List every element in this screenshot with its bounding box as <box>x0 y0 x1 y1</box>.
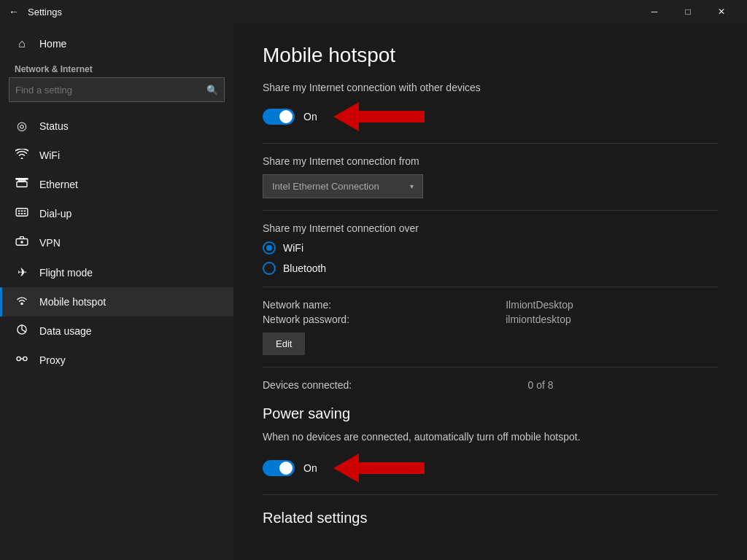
sidebar-item-label: Status <box>39 120 69 132</box>
svg-point-11 <box>20 303 23 306</box>
main-layout: ⌂ Home Network & Internet 🔍 ◎ Status W <box>0 23 747 560</box>
sidebar-item-label: Mobile hotspot <box>39 296 106 308</box>
datausage-icon <box>15 324 29 338</box>
network-name-value: IlmiontDesktop <box>506 299 718 311</box>
devices-info: Devices connected: 0 of 8 <box>263 379 718 391</box>
network-password-value: ilmiontdesktop <box>506 314 718 325</box>
sidebar-item-home[interactable]: ⌂ Home <box>0 29 233 58</box>
svg-rect-8 <box>24 213 26 214</box>
dialup-icon <box>15 207 29 220</box>
radio-bluetooth-button[interactable] <box>263 262 276 275</box>
sidebar-item-label: Home <box>39 38 66 50</box>
search-icon[interactable]: 🔍 <box>206 85 218 96</box>
toggle1-state-label: On <box>303 111 317 122</box>
sidebar-item-label: WiFi <box>39 149 60 161</box>
radio-wifi-button[interactable] <box>263 241 276 254</box>
arrow-shaft-2 <box>359 462 425 474</box>
sidebar-item-label: Dial-up <box>39 208 71 219</box>
svg-point-10 <box>20 241 23 244</box>
sidebar-item-label: Flight mode <box>39 267 93 279</box>
toggle-knob-2 <box>279 462 293 475</box>
svg-rect-3 <box>18 210 20 211</box>
svg-rect-4 <box>21 210 23 211</box>
sidebar-item-label: Proxy <box>39 354 66 366</box>
sidebar-item-dialup[interactable]: Dial-up <box>0 199 233 228</box>
vpn-icon <box>15 236 29 249</box>
sidebar-item-wifi[interactable]: WiFi <box>0 141 233 170</box>
svg-rect-0 <box>17 182 27 187</box>
power-saving-desc: When no devices are connected, automatic… <box>263 429 718 445</box>
sidebar-item-label: Data usage <box>39 325 92 337</box>
wifi-icon <box>15 149 29 162</box>
svg-rect-1 <box>15 178 28 180</box>
power-saving-toggle[interactable] <box>263 460 295 476</box>
toggle-knob <box>279 110 293 123</box>
divider-4 <box>263 367 718 368</box>
arrow-head-2 <box>333 454 359 483</box>
home-icon: ⌂ <box>15 37 29 50</box>
svg-rect-6 <box>18 213 20 214</box>
hotspot-icon <box>15 295 29 308</box>
divider-1 <box>263 143 718 144</box>
chevron-down-icon: ▾ <box>410 182 414 190</box>
sidebar-item-datausage[interactable]: Data usage <box>0 316 233 346</box>
sidebar: ⌂ Home Network & Internet 🔍 ◎ Status W <box>0 23 233 560</box>
related-settings-title: Related settings <box>263 510 718 526</box>
status-icon: ◎ <box>15 119 29 133</box>
power-saving-title: Power saving <box>263 405 718 422</box>
toggle1-row: On <box>263 102 718 131</box>
proxy-icon <box>15 354 29 367</box>
connection-dropdown[interactable]: Intel Ethernet Connection ▾ <box>263 174 423 198</box>
network-info-grid: Network name: IlmiontDesktop Network pas… <box>263 299 718 325</box>
share-toggle-label: Share my Internet connection with other … <box>263 82 718 93</box>
share-toggle[interactable] <box>263 109 295 125</box>
sidebar-item-label: VPN <box>39 237 61 249</box>
radio-group: WiFi Bluetooth <box>263 241 718 275</box>
arrow-indicator-2 <box>333 454 425 483</box>
dropdown-value: Intel Ethernet Connection <box>272 181 379 192</box>
window-controls: ─ □ ✕ <box>638 0 738 23</box>
arrow-indicator-1 <box>333 102 425 131</box>
sidebar-item-vpn[interactable]: VPN <box>0 228 233 257</box>
arrow-head-1 <box>333 102 359 131</box>
sidebar-item-label: Ethernet <box>39 179 78 190</box>
radio-wifi-indicator <box>266 245 272 251</box>
search-input[interactable] <box>15 85 206 96</box>
svg-point-14 <box>23 357 27 360</box>
minimize-button[interactable]: ─ <box>638 0 671 23</box>
sidebar-item-flightmode[interactable]: ✈ Flight mode <box>0 257 233 287</box>
sidebar-item-ethernet[interactable]: Ethernet <box>0 170 233 199</box>
divider-5 <box>263 494 718 495</box>
sidebar-item-status[interactable]: ◎ Status <box>0 111 233 141</box>
svg-rect-7 <box>21 213 23 214</box>
radio-bluetooth-label: Bluetooth <box>283 262 326 274</box>
radio-bluetooth[interactable]: Bluetooth <box>263 262 718 275</box>
titlebar: ← Settings ─ □ ✕ <box>0 0 747 23</box>
close-button[interactable]: ✕ <box>705 0 738 23</box>
arrow-shaft-1 <box>359 111 425 122</box>
svg-point-13 <box>17 357 20 360</box>
radio-wifi[interactable]: WiFi <box>263 241 718 254</box>
share-over-label: Share my Internet connection over <box>263 222 718 234</box>
radio-wifi-label: WiFi <box>283 242 303 254</box>
back-button[interactable]: ← <box>9 6 19 18</box>
ethernet-icon <box>15 178 29 191</box>
network-password-label: Network password: <box>263 314 494 325</box>
svg-rect-2 <box>16 209 28 217</box>
sidebar-item-proxy[interactable]: Proxy <box>0 346 233 375</box>
network-name-label: Network name: <box>263 299 494 311</box>
edit-button[interactable]: Edit <box>263 332 305 355</box>
page-title: Mobile hotspot <box>263 44 718 67</box>
svg-rect-5 <box>24 210 26 211</box>
maximize-button[interactable]: □ <box>671 0 705 23</box>
devices-connected-label: Devices connected: <box>263 379 516 391</box>
sidebar-item-mobilehotspot[interactable]: Mobile hotspot <box>0 287 233 316</box>
app-title: Settings <box>28 7 638 18</box>
share-from-label: Share my Internet connection from <box>263 155 718 167</box>
devices-connected-value: 0 of 8 <box>528 379 718 391</box>
divider-2 <box>263 210 718 211</box>
toggle2-row: On <box>263 454 718 483</box>
sidebar-section-title: Network & Internet <box>0 58 233 77</box>
search-box[interactable]: 🔍 <box>9 77 225 102</box>
content-area: Mobile hotspot Share my Internet connect… <box>233 23 747 560</box>
